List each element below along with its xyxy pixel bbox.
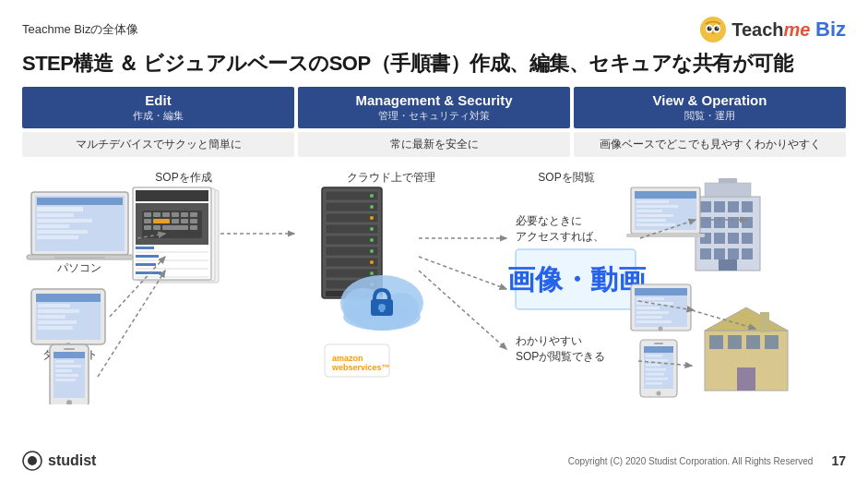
svg-rect-57 [162,225,188,230]
logo-text: Teachme Biz [731,18,846,42]
sop-readable-line2: SOPが閲覧できる [516,350,605,363]
svg-rect-34 [55,374,78,377]
svg-rect-55 [144,225,151,230]
studist-label: studist [48,452,96,469]
logo-me: me [784,19,811,40]
svg-rect-51 [153,219,170,223]
svg-rect-58 [190,225,197,230]
svg-rect-148 [646,368,666,371]
logo-container: Teachme Biz [698,15,846,44]
diagram-svg: パソコン タブレット [22,164,846,404]
svg-rect-109 [728,217,739,228]
svg-rect-64 [136,268,208,270]
sop-readable-line1: わかりやすい [516,334,582,347]
col-subheader-management: 常に最新を安全に [298,132,570,157]
svg-rect-18 [54,257,105,259]
columns-header: Edit 作成・編集 Management & Security 管理・セキュリ… [22,87,846,128]
svg-point-82 [370,249,374,253]
col-header-view-main: View & Operation [581,92,838,108]
teachme-owl-icon [698,15,728,44]
svg-rect-108 [714,217,725,228]
svg-line-163 [419,257,506,289]
svg-rect-144 [644,346,673,353]
svg-point-3 [707,27,712,31]
footer-right: Copyright (C) 2020 Studist Corporation. … [568,453,846,468]
header-title: Teachme Bizの全体像 [22,21,138,38]
svg-rect-139 [636,316,662,319]
aws-logo: amazon webservices™ [325,344,390,377]
factory-building [705,307,788,391]
tablet-right [631,284,691,331]
svg-rect-126 [636,205,678,208]
footer-copyright: Copyright (C) 2020 Studist Corporation. … [568,456,814,466]
svg-rect-33 [55,369,72,372]
svg-rect-22 [38,304,70,307]
svg-rect-21 [36,294,101,302]
media-highlight-text: 画像・動画 [507,264,647,295]
svg-rect-114 [742,233,753,244]
svg-rect-46 [162,212,170,217]
svg-point-0 [700,17,726,42]
svg-rect-116 [714,248,725,259]
svg-rect-155 [709,335,723,349]
svg-rect-125 [636,200,669,203]
svg-rect-151 [646,382,662,385]
svg-point-86 [370,271,374,275]
studist-icon [22,451,42,471]
svg-rect-153 [654,343,663,344]
svg-rect-53 [181,219,188,223]
svg-rect-113 [728,233,739,244]
col-header-management: Management & Security 管理・セキュリティ対策 [298,87,570,128]
svg-rect-115 [700,248,711,259]
svg-rect-118 [742,248,753,259]
col-header-edit-main: Edit [30,92,287,108]
svg-rect-50 [144,219,151,223]
svg-point-4 [715,27,719,31]
svg-rect-61 [136,255,159,258]
svg-line-69 [98,271,165,377]
laptop-label: パソコン [56,261,101,274]
svg-rect-107 [700,217,711,228]
svg-rect-35 [55,379,76,381]
svg-rect-32 [55,365,81,368]
phone-device [50,344,89,404]
col-subheader-edit: マルチデバイスでサクッと簡単に [22,132,294,157]
svg-rect-12 [37,213,74,217]
svg-rect-30 [54,352,85,358]
sop-document [133,187,219,283]
svg-rect-156 [728,335,742,349]
svg-text:amazon: amazon [332,354,363,363]
access-text-line1: 必要なときに [516,214,582,227]
col-header-view: View & Operation 閲覧・運用 [574,87,846,128]
svg-rect-31 [55,360,74,363]
svg-rect-37 [64,348,75,350]
col-header-view-sub: 閲覧・運用 [581,109,838,123]
main-diagram: パソコン タブレット [22,164,846,404]
svg-point-78 [370,227,374,231]
svg-rect-145 [646,355,662,357]
svg-rect-104 [714,201,725,212]
col-header-edit-sub: 作成・編集 [30,109,287,123]
svg-point-141 [659,327,663,331]
svg-rect-146 [646,359,668,362]
svg-rect-130 [636,223,675,226]
svg-rect-159 [737,368,755,391]
svg-rect-131 [626,234,705,237]
svg-rect-150 [646,378,668,380]
page-number: 17 [831,453,846,468]
svg-rect-137 [636,307,660,309]
svg-point-74 [370,205,374,209]
phone-right [640,340,677,397]
svg-point-6 [717,27,719,29]
svg-rect-60 [136,251,208,253]
svg-rect-52 [172,219,179,223]
svg-rect-119 [719,259,737,271]
svg-rect-62 [136,259,208,261]
svg-rect-158 [765,335,779,349]
svg-rect-128 [636,214,673,217]
main-title: STEP構造 ＆ ビジュアルベースのSOP（手順書）作成、編集、セキュアな共有が… [22,50,846,78]
svg-rect-65 [136,271,161,274]
footer: studist Copyright (C) 2020 Studist Corpo… [22,451,846,471]
svg-rect-110 [742,217,753,228]
cloud-manage-annotation: クラウド上で管理 [347,171,435,184]
